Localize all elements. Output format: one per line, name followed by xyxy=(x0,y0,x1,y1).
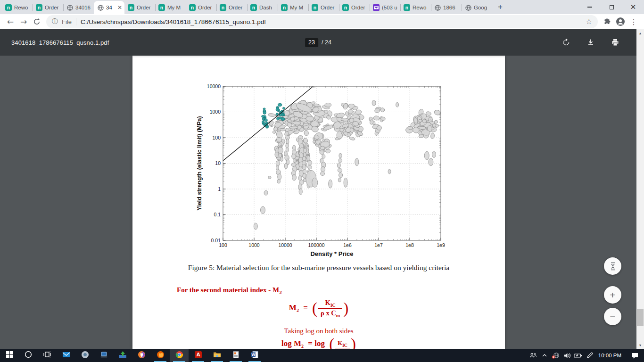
pdf-viewer-area[interactable]: 1001000100001000001e61e71e81e90.010.1110… xyxy=(0,56,636,349)
svg-text:1e8: 1e8 xyxy=(405,242,414,248)
browser-tab[interactable]: 34✕ xyxy=(94,1,124,14)
restore-button[interactable] xyxy=(601,0,622,14)
back-button[interactable]: ← xyxy=(4,15,17,28)
browser-tab[interactable]: 1866 xyxy=(431,1,462,14)
formula-log-m2: log M2 = log (KIC) xyxy=(132,339,505,349)
tab-separator xyxy=(155,4,156,11)
taskbar-app-acrobat[interactable]: A xyxy=(189,349,207,362)
taskbar-app-upload[interactable] xyxy=(113,349,132,362)
browser-menu-button[interactable]: ⋮ xyxy=(627,15,640,28)
taskbar-app-device[interactable] xyxy=(94,349,113,362)
tab-title: Rewo xyxy=(413,5,429,10)
taking-log-note: Taking log on both sides xyxy=(132,327,505,335)
minimize-button[interactable] xyxy=(579,0,601,14)
figure-caption: Figure 5: Material selection for the sub… xyxy=(132,263,505,272)
tray-people-icon[interactable] xyxy=(528,349,539,362)
taskbar-clock[interactable]: 10:00 PM xyxy=(595,353,626,358)
reload-button[interactable] xyxy=(30,15,43,28)
tab-separator xyxy=(462,4,462,11)
action-center-button[interactable] xyxy=(626,349,644,362)
svg-text:100: 100 xyxy=(212,135,221,140)
svg-text:100: 100 xyxy=(219,242,227,248)
circle-app-icon xyxy=(81,351,89,361)
tab-title: 34 xyxy=(106,5,116,10)
taskbar-app-word[interactable]: W xyxy=(245,349,264,362)
chrome-icon xyxy=(175,351,183,361)
browser-tab[interactable]: 34016 xyxy=(63,1,94,14)
tray-chevron-up-icon[interactable] xyxy=(539,349,550,362)
netsuite-favicon-icon: n xyxy=(128,4,134,11)
page-total: 24 xyxy=(325,39,331,46)
browser-tab[interactable]: nOrder xyxy=(216,1,247,14)
tab-title: Order xyxy=(229,5,245,10)
tab-close-icon[interactable]: ✕ xyxy=(117,4,122,11)
browser-tab[interactable]: nDash xyxy=(247,1,278,14)
info-icon[interactable]: ⓘ xyxy=(52,17,58,26)
svg-text:10: 10 xyxy=(215,160,221,166)
browser-tab[interactable]: nRewo xyxy=(2,1,33,14)
zoom-in-button[interactable]: + xyxy=(604,286,621,304)
restore-icon xyxy=(610,5,614,9)
browser-tab[interactable]: (503 u xyxy=(370,1,400,14)
browser-tab[interactable]: nOrder xyxy=(308,1,339,14)
tab-separator xyxy=(308,4,309,11)
browser-tab[interactable]: nRewo xyxy=(400,1,431,14)
taskbar-app-firefox[interactable] xyxy=(151,349,170,362)
scrollbar[interactable]: ▲ ▼ xyxy=(636,29,644,349)
tray-battery-icon[interactable] xyxy=(573,349,584,362)
window-controls: ✕ xyxy=(579,0,644,14)
rotate-button[interactable] xyxy=(559,35,573,49)
tab-title: Order xyxy=(321,5,337,10)
profile-avatar[interactable] xyxy=(614,15,627,28)
taskbar-app-brave[interactable] xyxy=(132,349,151,362)
tabs-container: nRewonOrder3401634✕nOrdernMy MnOrdernOrd… xyxy=(0,0,492,14)
bookmark-star-icon[interactable]: ☆ xyxy=(586,17,592,26)
taskbar-cortana-button[interactable] xyxy=(19,349,38,362)
browser-tab[interactable]: nMy M xyxy=(278,1,308,14)
taskbar-app-explorer[interactable] xyxy=(207,349,226,362)
brave-icon xyxy=(138,351,146,361)
tab-separator xyxy=(339,4,339,11)
new-tab-button[interactable]: + xyxy=(494,1,506,13)
tray-network-offline-icon[interactable] xyxy=(550,349,561,362)
taskbar-app-viewer[interactable] xyxy=(226,349,245,362)
taskbar-app-chrome[interactable] xyxy=(170,349,189,362)
url-text[interactable]: C:/Users/chrispas/Downloads/3401618_1786… xyxy=(81,18,586,25)
omnibox[interactable]: ⓘ File C:/Users/chrispas/Downloads/34016… xyxy=(46,15,598,28)
browser-tab[interactable]: nOrder xyxy=(339,1,370,14)
browser-tab[interactable]: nOrder xyxy=(33,1,63,14)
tray-pen-icon[interactable] xyxy=(584,349,595,362)
task-view-icon xyxy=(43,351,51,360)
scrollbar-thumb[interactable] xyxy=(637,309,644,326)
tab-separator xyxy=(247,4,248,11)
tray-volume-icon[interactable] xyxy=(561,349,573,362)
browser-tab[interactable]: nOrder xyxy=(124,1,155,14)
taskbar-start-button[interactable] xyxy=(0,349,19,362)
page-number-input[interactable]: 23 xyxy=(305,38,318,47)
taskbar-task-view-button[interactable] xyxy=(38,349,57,362)
start-icon xyxy=(6,351,13,360)
tab-title: 34016 xyxy=(75,5,91,10)
extensions-button[interactable] xyxy=(601,15,614,28)
forward-button[interactable]: → xyxy=(17,15,30,28)
browser-tab[interactable]: nMy M xyxy=(155,1,186,14)
pdf-toolbar: 3401618_1786676115_qusno.1.pdf 23 / 24 xyxy=(0,29,636,56)
scroll-up-arrow-icon[interactable]: ▲ xyxy=(636,29,644,37)
browser-tab[interactable]: Goog xyxy=(462,1,492,14)
taskbar-app-mail[interactable] xyxy=(57,349,75,362)
section-heading: For the second material index - M2 xyxy=(177,286,282,295)
close-button[interactable]: ✕ xyxy=(622,0,644,14)
print-button[interactable] xyxy=(608,35,622,49)
browser-tab[interactable]: nOrder xyxy=(186,1,216,14)
taskbar-app-circle-app[interactable] xyxy=(75,349,94,362)
download-button[interactable] xyxy=(584,35,598,49)
device-icon xyxy=(100,351,108,361)
netsuite-favicon-icon: n xyxy=(36,4,42,11)
tab-title: Rewo xyxy=(14,5,30,10)
zoom-out-button[interactable]: − xyxy=(604,308,621,325)
pdf-page: 1001000100001000001e61e71e81e90.010.1110… xyxy=(132,56,505,349)
firefox-icon xyxy=(157,351,165,361)
svg-text:0.1: 0.1 xyxy=(214,212,221,217)
fit-page-button[interactable] xyxy=(604,257,621,275)
scroll-down-arrow-icon[interactable]: ▼ xyxy=(636,341,644,349)
